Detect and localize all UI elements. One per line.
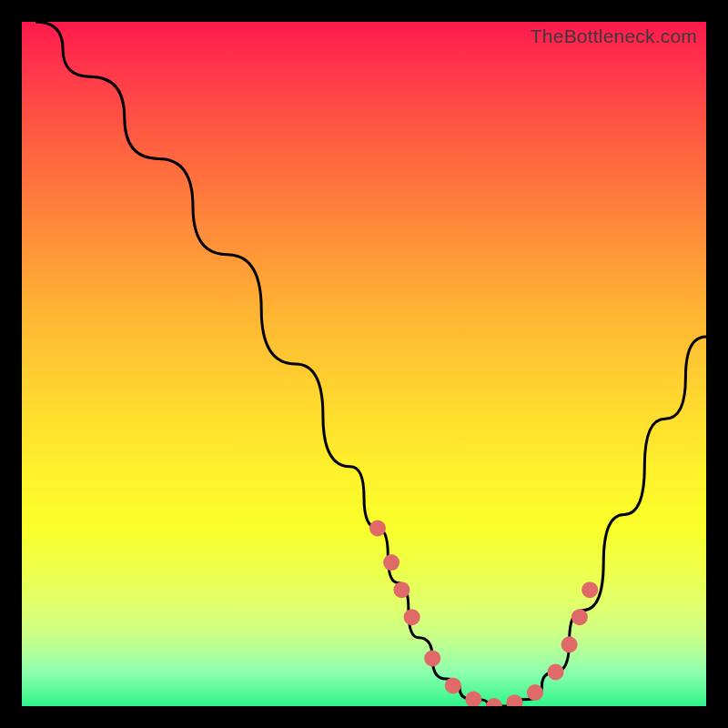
curve-line [35, 22, 706, 706]
highlight-dot [486, 698, 502, 706]
bottleneck-curve [35, 22, 706, 706]
highlight-dot [445, 677, 461, 693]
highlight-dot [581, 581, 598, 598]
highlight-dot [369, 521, 386, 537]
highlight-dot [548, 663, 564, 680]
highlight-dot [465, 692, 481, 707]
highlight-dot [527, 684, 543, 701]
highlight-dot [393, 581, 410, 598]
watermark-text: TheBottleneck.com [531, 25, 697, 47]
highlight-points [369, 521, 598, 707]
highlight-dot [506, 694, 522, 706]
highlight-dot [383, 554, 399, 571]
highlight-dot [404, 609, 420, 625]
highlight-dot [424, 650, 440, 666]
highlight-dot [561, 636, 578, 652]
chart-svg [22, 22, 706, 706]
highlight-dot [571, 609, 588, 625]
chart-plot-area: TheBottleneck.com [22, 22, 706, 706]
